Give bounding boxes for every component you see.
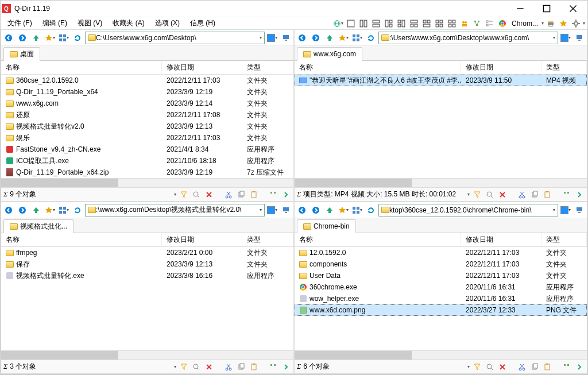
- chevron-down-icon[interactable]: ▾: [467, 192, 470, 197]
- file-row[interactable]: 360cse_12.0.1592.0 2022/12/11 17:03 文件夹: [1, 75, 293, 86]
- monitor-icon[interactable]: [573, 32, 586, 44]
- nav-back-icon[interactable]: [2, 204, 15, 217]
- col-type[interactable]: 类型: [242, 61, 293, 74]
- search-icon[interactable]: [485, 362, 495, 372]
- copy-icon[interactable]: [236, 362, 246, 372]
- goto-icon[interactable]: [574, 362, 585, 372]
- file-row[interactable]: Q-Dir_11.19_Portable_x64 2023/3/9 12:19 …: [1, 86, 293, 98]
- col-date[interactable]: 修改日期: [461, 61, 541, 74]
- menu-file[interactable]: 文件 (F): [3, 17, 37, 29]
- chevron-down-icon[interactable]: ▾: [174, 364, 176, 369]
- address-bar[interactable]: C:\Users\www.x6g.com\Desktop\ ▾: [85, 32, 265, 44]
- chevron-down-icon[interactable]: ▾: [174, 192, 176, 197]
- menu-info[interactable]: 信息 (H): [185, 17, 220, 29]
- star-icon[interactable]: [558, 18, 569, 29]
- favorites-icon[interactable]: ▾: [44, 204, 56, 217]
- nav-forward-icon[interactable]: [16, 32, 29, 44]
- file-list[interactable]: ffmpeg 2023/2/21 0:00 文件夹 保存 2023/3/9 12…: [1, 247, 293, 350]
- globe-icon[interactable]: ▾: [332, 18, 344, 29]
- nav-up-icon[interactable]: [323, 32, 336, 44]
- nav-forward-icon[interactable]: [310, 32, 322, 44]
- chrome-shortcut[interactable]: [497, 18, 508, 29]
- file-row[interactable]: 360chrome.exe 2020/11/6 16:31 应用程序: [295, 281, 587, 293]
- file-list[interactable]: 360cse_12.0.1592.0 2022/12/11 17:03 文件夹 …: [1, 75, 293, 178]
- refresh-icon[interactable]: [71, 32, 84, 44]
- paste-icon[interactable]: [249, 190, 259, 200]
- paste-icon[interactable]: [249, 362, 259, 372]
- horizontal-scrollbar[interactable]: [295, 178, 587, 187]
- gear-icon[interactable]: [570, 18, 582, 29]
- file-row[interactable]: FastStone_v9.4_zh-CN.exe 2021/4/1 8:34 应…: [1, 144, 293, 155]
- layout-2v-icon[interactable]: [358, 18, 369, 29]
- tab[interactable]: www.x6g.com: [297, 47, 362, 61]
- file-row[interactable]: 12.0.1592.0 2022/12/11 17:03 文件夹: [295, 247, 587, 258]
- view-mode-icon[interactable]: ▾: [351, 32, 363, 44]
- paste-icon[interactable]: [542, 190, 552, 200]
- col-date[interactable]: 修改日期: [162, 61, 242, 74]
- delete-icon[interactable]: [497, 362, 508, 372]
- menu-view[interactable]: 视图 (V): [73, 17, 107, 29]
- delete-icon[interactable]: [204, 190, 214, 200]
- favorites-icon[interactable]: ▾: [337, 32, 350, 44]
- file-row[interactable]: User Data 2022/12/11 17:03 文件夹: [295, 270, 587, 281]
- pane-color-button[interactable]: ▾: [559, 204, 572, 217]
- goto-icon[interactable]: [574, 190, 585, 200]
- chevron-down-icon[interactable]: ▾: [541, 21, 544, 26]
- col-type[interactable]: 类型: [541, 233, 587, 246]
- pane-color-button[interactable]: ▾: [266, 32, 278, 44]
- horizontal-scrollbar[interactable]: [1, 350, 293, 359]
- layout-3c-icon[interactable]: [408, 18, 420, 29]
- tree-small-icon[interactable]: [268, 362, 278, 372]
- file-row[interactable]: 保存 2023/3/9 12:13 文件夹: [1, 258, 293, 270]
- nav-up-icon[interactable]: [30, 32, 42, 44]
- layout-3b-icon[interactable]: [396, 18, 407, 29]
- copy-icon[interactable]: [529, 190, 540, 200]
- col-name[interactable]: 名称: [1, 61, 162, 74]
- col-name[interactable]: 名称: [1, 233, 162, 246]
- refresh-icon[interactable]: [365, 204, 377, 217]
- delete-icon[interactable]: [204, 362, 214, 372]
- menu-favorites[interactable]: 收藏夹 (A): [108, 17, 149, 29]
- search-icon[interactable]: [485, 190, 495, 200]
- tab[interactable]: Chrome-bin: [297, 219, 356, 233]
- layout-4-icon[interactable]: [434, 18, 445, 29]
- people-icon[interactable]: [459, 18, 470, 29]
- file-row[interactable]: www.x6g.com 2023/3/9 12:14 文件夹: [1, 98, 293, 109]
- pane-color-button[interactable]: ▾: [266, 204, 278, 217]
- layout-1-icon[interactable]: [345, 18, 357, 29]
- address-bar[interactable]: :\www.x6g.com\Desktop\视频格式批量转化v2.0\ ▾: [85, 204, 265, 217]
- refresh-icon[interactable]: [71, 204, 84, 217]
- file-row[interactable]: 娱乐 2022/12/11 17:03 文件夹: [1, 132, 293, 144]
- chevron-down-icon[interactable]: ▾: [467, 364, 470, 369]
- nav-forward-icon[interactable]: [16, 204, 29, 217]
- pane-color-button[interactable]: ▾: [559, 32, 572, 44]
- tree-small-icon[interactable]: [562, 190, 572, 200]
- nav-up-icon[interactable]: [30, 204, 42, 217]
- col-type[interactable]: 类型: [242, 233, 293, 246]
- maximize-button[interactable]: [533, 1, 560, 17]
- file-row[interactable]: 视频格式批量转化v2.0 2023/3/9 12:13 文件夹: [1, 121, 293, 132]
- layout-3a-icon[interactable]: [383, 18, 394, 29]
- search-icon[interactable]: [191, 362, 202, 372]
- refresh-icon[interactable]: [365, 32, 377, 44]
- file-row[interactable]: "恭迎天暗星"#画江湖之不良人6 #岐王李茂贞 #李... 2023/3/9 1…: [295, 75, 587, 86]
- tree-small-icon[interactable]: [562, 362, 572, 372]
- cut-icon[interactable]: [517, 190, 527, 200]
- menu-edit[interactable]: 编辑 (E): [38, 17, 72, 29]
- tree-small-icon[interactable]: [268, 190, 278, 200]
- cut-icon[interactable]: [517, 362, 527, 372]
- view-mode-icon[interactable]: ▾: [57, 204, 70, 217]
- nav-up-icon[interactable]: [323, 204, 336, 217]
- view-mode-icon[interactable]: ▾: [351, 204, 363, 217]
- favorites-icon[interactable]: ▾: [44, 32, 56, 44]
- monitor-icon[interactable]: [280, 32, 292, 44]
- file-row[interactable]: Q-Dir_11.19_Portable_x64.zip 2023/3/9 12…: [1, 167, 293, 178]
- file-row[interactable]: ffmpeg 2023/2/21 0:00 文件夹: [1, 247, 293, 258]
- col-type[interactable]: 类型: [541, 61, 587, 74]
- filter-icon[interactable]: [472, 190, 482, 200]
- file-row[interactable]: components 2022/12/11 17:03 文件夹: [295, 258, 587, 270]
- chevron-down-icon[interactable]: ▾: [553, 207, 555, 212]
- nav-forward-icon[interactable]: [310, 204, 322, 217]
- chevron-down-icon[interactable]: ▾: [553, 35, 555, 40]
- goto-icon[interactable]: [281, 362, 291, 372]
